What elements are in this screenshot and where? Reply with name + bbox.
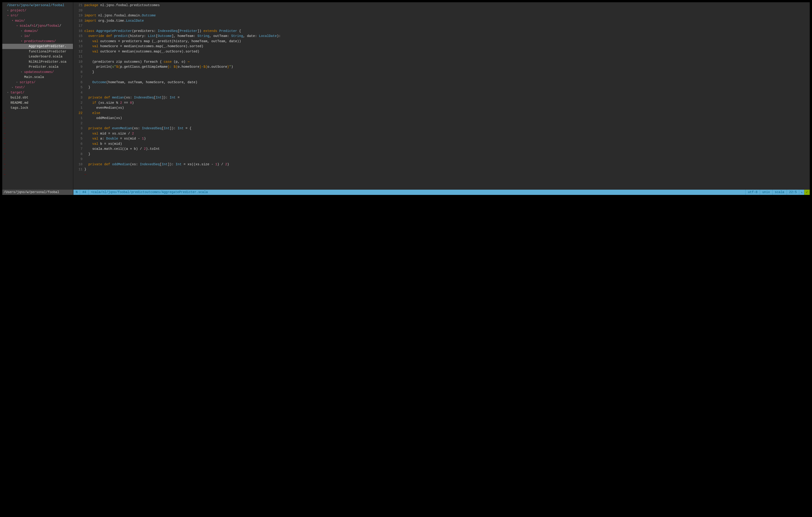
code-line[interactable]: } [84,85,810,90]
chevron-right-icon[interactable]: ▸ [17,81,20,84]
line-number: 11 [74,54,83,59]
tree-file[interactable]: NilNilPredicter.sca [2,59,73,64]
code-line[interactable] [84,8,810,13]
tree-folder[interactable]: ▸updateoutcomes/ [2,69,73,75]
chevron-down-icon[interactable]: ▾ [12,19,15,23]
code-line[interactable]: val b = xs(mid) [84,141,810,147]
tree-file[interactable]: README.md [2,100,73,106]
file-tree-pane[interactable]: /Users/jqno/w/personal/foobal▸project/▾s… [2,2,74,190]
tree-folder[interactable]: ▾predictoutcomes/ [2,39,73,44]
code-line[interactable]: val outScore = median(outcomes.map(_.out… [84,49,810,54]
code-line[interactable]: private def oddMedian(xs: IndexedSeq[Int… [84,162,810,167]
code-line[interactable]: evenMedian(xs) [84,105,810,111]
tree-item-label[interactable]: README.md [10,100,28,105]
code-body[interactable]: package nl.jqno.foobal.predictoutcomes i… [84,2,810,190]
tree-item-label[interactable]: scala/nl/jqno/foobal/ [20,23,61,28]
code-line[interactable]: if (xs.size % 2 == 0) [84,100,810,106]
tree-item-label[interactable]: src/ [10,13,19,18]
tree-item-label[interactable]: domain/ [24,28,38,33]
code-line[interactable]: override def predict(history: List[Outco… [84,33,810,39]
tree-folder[interactable]: ▸project/ [2,8,73,13]
code-line[interactable] [84,54,810,59]
tree-item-label[interactable]: Main.scala [24,75,44,80]
chevron-right-icon[interactable]: ▸ [12,86,15,89]
code-line[interactable]: class AggregatePredicter(predicters: Ind… [84,28,810,34]
tree-item-selected[interactable]: AggregatePredicter. [2,44,73,49]
line-number: 8 [74,69,83,75]
tree-file[interactable]: Main.scala [2,75,73,80]
chevron-right-icon[interactable]: ▸ [7,91,10,94]
code-line[interactable]: import org.joda.time.LocalDate [84,18,810,24]
code-line[interactable]: scala.math.ceil((a + b) / 2).toInt [84,146,810,151]
status-file-path: <cala/nl/jqno/foobal/predictoutcomes/Agg… [89,190,746,195]
tree-item-label[interactable]: test/ [15,85,25,90]
chevron-right-icon[interactable]: ▸ [21,70,24,74]
chevron-down-icon[interactable]: ▾ [21,39,24,43]
tree-file[interactable]: Predicter.scala [2,64,73,69]
code-line[interactable]: Outcome(homeTeam, outTeam, homeScore, ou… [84,80,810,85]
tree-item-label[interactable]: AggregatePredicter. [29,44,66,49]
empty-line-tilde: ~ [4,121,73,126]
tree-file[interactable]: build.sbt [2,95,73,100]
status-cursor-position: 22:5 [787,190,800,195]
code-line[interactable]: println(s"${p.getClass.getSimpleName}: $… [84,64,810,69]
empty-line-tilde: ~ [4,172,73,177]
tree-file[interactable]: functionalPredicter [2,49,73,54]
tree-item-label[interactable]: predictoutcomes/ [24,39,56,44]
code-line[interactable] [84,156,810,162]
line-number: 3 [74,126,83,131]
chevron-right-icon[interactable]: ▸ [21,34,24,38]
code-line[interactable]: val outcomes = predicters map (_.predict… [84,39,810,44]
code-line[interactable]: private def evenMedian(xs: IndexedSeq[In… [84,126,810,131]
tree-folder[interactable]: ▸scripts/ [2,80,73,85]
tree-item-label[interactable]: updateoutcomes/ [24,69,54,75]
code-line[interactable]: val homeScore = median(outcomes.map(_.ho… [84,44,810,49]
chevron-down-icon[interactable]: ▾ [17,24,20,28]
tree-item-label[interactable]: main/ [15,18,25,23]
tree-item-label[interactable]: build.sbt [10,95,28,100]
chevron-right-icon[interactable]: ▸ [21,29,24,33]
code-line[interactable]: (predicters zip outcomes) foreach { case… [84,59,810,64]
empty-line-tilde: ~ [84,172,810,177]
tree-folder[interactable]: ▸io/ [2,33,73,39]
tree-folder[interactable]: ▸target/ [2,90,73,95]
tree-item-label[interactable]: tags.lock [10,105,28,110]
tree-folder[interactable]: ▸domain/ [2,28,73,34]
code-line[interactable]: } [84,167,810,172]
line-number: 2 [74,121,83,126]
tree-file[interactable]: tags.lock [2,105,73,111]
tree-folder[interactable]: ▸test/ [2,85,73,90]
code-line[interactable]: else [84,111,810,116]
tree-folder[interactable]: ▾scala/nl/jqno/foobal/ [2,23,73,28]
code-line[interactable] [84,121,810,126]
tree-file[interactable]: Leaderboard.scala [2,54,73,59]
code-editor-pane[interactable]: 2120191817161514131211109876543212212345… [74,2,810,190]
line-number: 13 [74,44,83,49]
code-line[interactable]: } [84,151,810,157]
chevron-down-icon[interactable]: ▾ [7,14,10,18]
tree-folder[interactable]: ▾src/ [2,13,73,18]
status-lint-ok-icon: ✓ [804,190,810,195]
tree-item-label[interactable]: project/ [10,8,26,13]
code-line[interactable]: oddMedian(xs) [84,116,810,121]
code-line[interactable]: import nl.jqno.foobal.domain.Outcome [84,13,810,18]
tree-item-label[interactable]: io/ [24,33,30,38]
tree-folder[interactable]: ▾main/ [2,18,73,24]
code-line[interactable]: val a: Double = xs(mid - 1) [84,136,810,141]
code-line[interactable] [84,23,810,28]
tree-item-label[interactable]: target/ [10,90,24,95]
tree-item-label[interactable]: NilNilPredicter.sca [29,59,66,64]
tree-item-label[interactable]: functionalPredicter [29,49,66,54]
line-number: 1 [74,105,83,111]
code-line[interactable]: val mid = xs.size / 2 [84,131,810,136]
tree-item-label[interactable]: scripts/ [20,80,35,85]
chevron-right-icon[interactable]: ▸ [7,9,10,12]
code-line[interactable] [84,90,810,95]
main-area: /Users/jqno/w/personal/foobal▸project/▾s… [2,2,810,190]
tree-item-label[interactable]: Predicter.scala [29,64,59,69]
code-line[interactable]: private def median(xs: IndexedSeq[Int]):… [84,95,810,100]
code-line[interactable]: } [84,69,810,75]
code-line[interactable] [84,75,810,80]
tree-item-label[interactable]: Leaderboard.scala [29,54,62,59]
code-line[interactable]: package nl.jqno.foobal.predictoutcomes [84,3,810,8]
